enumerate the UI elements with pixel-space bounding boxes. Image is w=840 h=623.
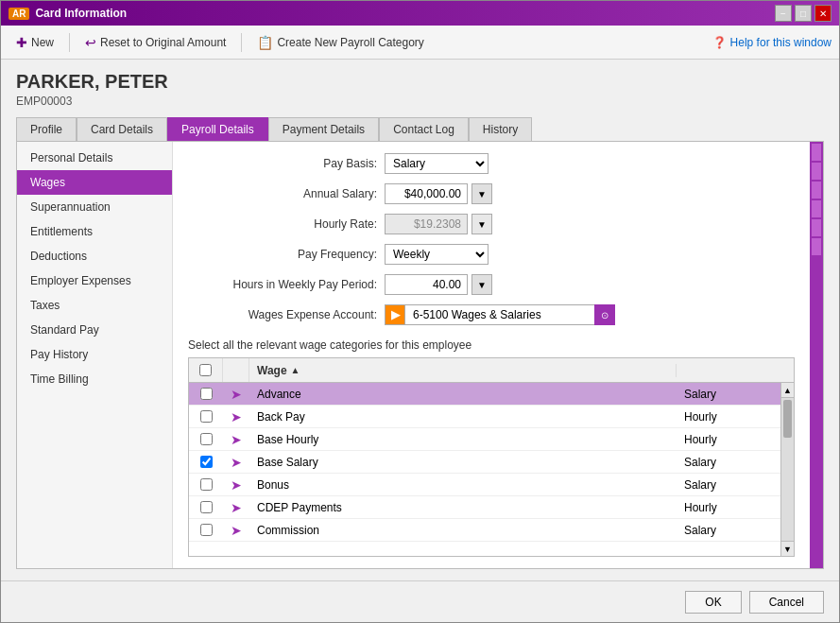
scroll-up-button[interactable]: ▲ xyxy=(781,383,794,398)
table-row[interactable]: ➤ CDEP Payments Hourly xyxy=(189,496,780,519)
row-type: Salary xyxy=(677,388,780,401)
accent-btn-4[interactable] xyxy=(812,200,821,217)
row-wage: Base Salary xyxy=(249,456,677,469)
sidebar-item-employer-expenses[interactable]: Employer Expenses xyxy=(17,268,172,293)
hourly-rate-dropdown[interactable]: ▼ xyxy=(471,214,492,234)
pay-frequency-select[interactable]: Weekly Fortnightly Monthly xyxy=(385,244,489,265)
annual-salary-label: Annual Salary: xyxy=(188,187,377,200)
cancel-button[interactable]: Cancel xyxy=(749,591,824,614)
row-arrow: ➤ xyxy=(223,387,249,402)
sidebar-item-personal-details[interactable]: Personal Details xyxy=(17,146,172,170)
row-wage: Advance xyxy=(249,388,677,401)
hourly-rate-control: ▼ xyxy=(385,214,492,234)
sidebar-item-taxes[interactable]: Taxes xyxy=(17,293,172,318)
table-row[interactable]: ➤ Back Pay Hourly xyxy=(189,406,780,428)
accent-btn-6[interactable] xyxy=(812,238,821,255)
sidebar-item-wages[interactable]: Wages xyxy=(17,170,172,195)
row-check[interactable] xyxy=(189,478,223,491)
hours-input[interactable] xyxy=(385,274,468,295)
tab-payroll-details[interactable]: Payroll Details xyxy=(167,117,268,141)
pay-basis-select[interactable]: Salary Hourly xyxy=(385,153,489,174)
commission-arrow-icon: ➤ xyxy=(231,523,242,538)
hours-label: Hours in Weekly Pay Period: xyxy=(188,278,377,291)
help-button[interactable]: ❓ Help for this window xyxy=(712,36,831,49)
tab-card-details[interactable]: Card Details xyxy=(77,117,167,141)
sidebar-item-pay-history[interactable]: Pay History xyxy=(17,342,172,367)
sidebar-item-deductions[interactable]: Deductions xyxy=(17,244,172,268)
scroll-thumb[interactable] xyxy=(783,400,792,438)
accent-btn-5[interactable] xyxy=(812,219,821,236)
hours-dropdown[interactable]: ▼ xyxy=(471,274,492,295)
help-label: Help for this window xyxy=(730,36,831,49)
table-scrollbar[interactable]: ▲ ▼ xyxy=(780,383,794,556)
row-arrow: ➤ xyxy=(223,455,249,470)
table-row[interactable]: ➤ Bonus Salary xyxy=(189,474,780,496)
window-title: Card Information xyxy=(35,7,127,20)
form-and-accent: Pay Basis: Salary Hourly Annual Salary: xyxy=(173,142,823,568)
th-wage: Wage ▲ xyxy=(249,364,677,377)
row-wage: CDEP Payments xyxy=(249,501,677,514)
pay-basis-control: Salary Hourly xyxy=(385,153,489,174)
sidebar-item-entitlements[interactable]: Entitlements xyxy=(17,219,172,244)
row-wage: Bonus xyxy=(249,478,677,492)
sidebar-item-standard-pay[interactable]: Standard Pay xyxy=(17,318,172,342)
pay-basis-row: Pay Basis: Salary Hourly xyxy=(188,153,795,174)
account-field: ▶ ⊙ xyxy=(385,304,615,325)
accent-btn-3[interactable] xyxy=(812,182,821,199)
sort-icon: ▲ xyxy=(291,365,300,375)
pay-frequency-control: Weekly Fortnightly Monthly xyxy=(385,244,489,265)
new-button[interactable]: ✚ New xyxy=(9,32,61,53)
tab-profile[interactable]: Profile xyxy=(16,117,77,141)
row-arrow: ➤ xyxy=(223,523,249,538)
reset-button[interactable]: ↩ Reset to Original Amount xyxy=(77,32,233,53)
tab-history[interactable]: History xyxy=(469,117,532,141)
annual-salary-input[interactable] xyxy=(385,183,468,204)
employee-name: PARKER, PETER xyxy=(16,71,824,93)
reset-icon: ↩ xyxy=(85,35,96,50)
scroll-down-button[interactable]: ▼ xyxy=(781,541,794,556)
sidebar-item-superannuation[interactable]: Superannuation xyxy=(17,195,172,219)
wages-account-input[interactable] xyxy=(405,304,594,325)
row-arrow: ➤ xyxy=(223,500,249,515)
close-button[interactable]: ✕ xyxy=(814,5,831,22)
wages-account-dropdown[interactable]: ⊙ xyxy=(594,304,615,325)
ok-button[interactable]: OK xyxy=(685,591,741,614)
row-check[interactable] xyxy=(189,388,223,400)
tab-payment-details[interactable]: Payment Details xyxy=(268,117,379,141)
row-arrow: ➤ xyxy=(223,432,249,447)
row-check[interactable] xyxy=(189,410,223,423)
table-row[interactable]: ➤ Base Hourly Hourly xyxy=(189,428,780,451)
outer-tabs: Profile Card Details Payroll Details Pay… xyxy=(16,117,824,141)
row-arrow: ➤ xyxy=(223,409,249,424)
tab-contact-log[interactable]: Contact Log xyxy=(379,117,469,141)
th-arrow xyxy=(223,358,249,382)
table-row[interactable]: ➤ Base Salary Salary xyxy=(189,451,780,474)
create-payroll-button[interactable]: 📋 Create New Payroll Category xyxy=(249,32,431,53)
table-row[interactable]: ➤ Advance Salary xyxy=(189,383,780,406)
row-check[interactable] xyxy=(189,456,223,468)
title-bar-controls: − □ ✕ xyxy=(775,5,831,22)
row-check[interactable] xyxy=(189,501,223,513)
annual-salary-dropdown[interactable]: ▼ xyxy=(471,183,492,204)
base-salary-arrow-icon: ➤ xyxy=(231,455,242,470)
employee-id: EMP00003 xyxy=(16,95,824,108)
row-check[interactable] xyxy=(189,433,223,445)
table-header: Wage ▲ xyxy=(189,358,794,383)
row-type: Hourly xyxy=(677,410,780,424)
wages-account-row: Wages Expense Account: ▶ ⊙ xyxy=(188,304,795,325)
minimize-button[interactable]: − xyxy=(775,5,792,22)
row-type: Salary xyxy=(677,456,780,469)
accent-btn-2[interactable] xyxy=(812,163,821,180)
hourly-rate-row: Hourly Rate: ▼ xyxy=(188,214,795,234)
maximize-button[interactable]: □ xyxy=(795,5,812,22)
accent-btn-1[interactable] xyxy=(812,144,821,161)
reset-label: Reset to Original Amount xyxy=(100,36,226,49)
content-area: PARKER, PETER EMP00003 Profile Card Deta… xyxy=(1,60,839,580)
row-check[interactable] xyxy=(189,524,223,536)
app-badge: AR xyxy=(9,8,29,20)
table-row[interactable]: ➤ Commission Salary xyxy=(189,519,780,542)
sidebar-item-time-billing[interactable]: Time Billing xyxy=(17,367,172,391)
select-all-checkbox[interactable] xyxy=(199,364,212,376)
account-search-icon[interactable]: ▶ xyxy=(385,304,405,325)
title-bar: AR Card Information − □ ✕ xyxy=(1,1,839,26)
